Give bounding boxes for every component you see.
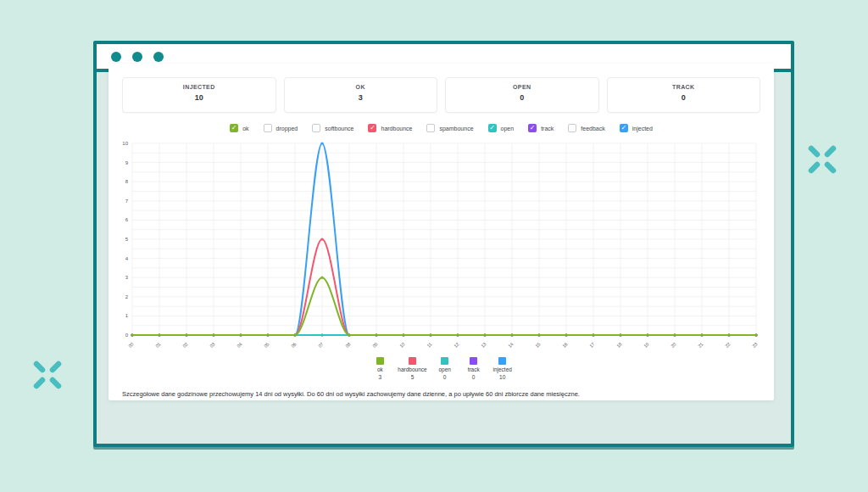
checkbox-dropped[interactable] <box>264 124 272 132</box>
window-control-dot <box>153 52 164 62</box>
svg-text:6: 6 <box>125 217 129 222</box>
summary-value: 0 <box>472 374 476 380</box>
summary-value: 0 <box>443 374 447 380</box>
stat-label: TRACK <box>608 84 760 90</box>
chart-container: 0123456789100001020304050607080910111213… <box>114 138 769 355</box>
checkbox-open[interactable]: ✓ <box>488 124 497 132</box>
summary-label: track <box>468 366 480 372</box>
summary-item-open: open0 <box>434 357 456 380</box>
stat-label: OK <box>285 84 437 90</box>
svg-text:16: 16 <box>561 341 569 349</box>
filter-label: injected <box>632 126 653 131</box>
filter-item-track[interactable]: ✓track <box>528 124 554 132</box>
checkbox-ok[interactable]: ✓ <box>230 124 238 132</box>
browser-window: INJECTED 10 OK 3 OPEN 0 TRACK 0 ✓okdropp… <box>93 41 794 447</box>
stat-value: 10 <box>123 93 275 102</box>
svg-text:10: 10 <box>398 341 406 349</box>
y-axis-labels: 012345678910 <box>122 141 128 338</box>
svg-text:11: 11 <box>426 341 432 348</box>
summary-item-injected: injected10 <box>492 357 514 380</box>
stat-card-ok: OK 3 <box>284 77 438 113</box>
stat-value: 0 <box>608 93 760 102</box>
svg-text:3: 3 <box>125 275 129 280</box>
checkbox-spambounce[interactable] <box>426 124 435 132</box>
svg-text:12: 12 <box>453 341 460 349</box>
summary-value: 10 <box>499 374 505 380</box>
summary-value: 5 <box>411 374 415 380</box>
svg-text:1: 1 <box>125 313 129 318</box>
stat-card-open: OPEN 0 <box>445 77 599 113</box>
summary-swatch <box>470 357 477 365</box>
stat-value: 3 <box>285 93 437 102</box>
series-filter-row: ✓okdroppedsoftbounce✓hardbouncespambounc… <box>108 123 774 133</box>
svg-text:4: 4 <box>125 256 129 261</box>
filter-label: softbounce <box>325 126 353 131</box>
summary-item-track: track0 <box>463 357 485 380</box>
filter-label: spambounce <box>439 126 473 131</box>
checkbox-softbounce[interactable] <box>312 124 320 132</box>
filter-label: feedback <box>581 126 604 131</box>
retention-note: Szczegółowe dane godzinowe przechowujemy… <box>122 390 760 398</box>
filter-label: ok <box>242 126 248 131</box>
window-control-dot <box>132 52 142 62</box>
summary-swatch <box>498 357 506 365</box>
filter-item-feedback[interactable]: feedback <box>568 124 604 132</box>
filter-label: track <box>541 126 554 131</box>
filter-item-dropped[interactable]: dropped <box>264 124 298 132</box>
svg-text:06: 06 <box>290 341 298 349</box>
chart-grid <box>132 143 756 335</box>
svg-text:04: 04 <box>236 341 243 349</box>
svg-text:19: 19 <box>643 341 650 349</box>
svg-text:03: 03 <box>209 341 216 349</box>
stat-label: INJECTED <box>123 84 275 90</box>
filter-item-hardbounce[interactable]: ✓hardbounce <box>368 124 412 132</box>
svg-text:01: 01 <box>154 341 162 349</box>
checkbox-track[interactable]: ✓ <box>528 124 537 132</box>
summary-swatch <box>441 357 448 365</box>
chart-svg: 0123456789100001020304050607080910111213… <box>114 138 767 352</box>
sparkle-decoration-left <box>31 358 64 392</box>
summary-label: hardbounce <box>398 366 426 372</box>
sparkle-decoration-right <box>805 143 839 176</box>
svg-text:00: 00 <box>127 341 135 349</box>
svg-text:10: 10 <box>122 141 128 146</box>
filter-label: open <box>501 126 515 131</box>
svg-text:14: 14 <box>507 341 515 349</box>
svg-text:22: 22 <box>724 341 732 349</box>
svg-text:08: 08 <box>344 341 352 349</box>
svg-text:8: 8 <box>125 179 129 184</box>
filter-item-open[interactable]: ✓open <box>488 124 515 132</box>
summary-label: open <box>438 366 450 372</box>
summary-item-ok: ok3 <box>369 357 391 380</box>
stat-cards-row: INJECTED 10 OK 3 OPEN 0 TRACK 0 <box>122 77 760 113</box>
stat-value: 0 <box>446 93 598 102</box>
svg-text:15: 15 <box>534 341 542 349</box>
chart-summary-legend: ok3hardbounce5open0track0injected10 <box>108 357 774 380</box>
dashboard-panel: INJECTED 10 OK 3 OPEN 0 TRACK 0 ✓okdropp… <box>108 64 774 400</box>
stat-card-track: TRACK 0 <box>607 77 761 113</box>
summary-label: injected <box>492 366 511 372</box>
summary-value: 3 <box>379 374 382 380</box>
svg-text:17: 17 <box>588 341 596 349</box>
svg-text:23: 23 <box>751 341 759 349</box>
x-axis-labels: 0001020304050607080910111213141516171819… <box>127 341 759 349</box>
filter-item-ok[interactable]: ✓ok <box>230 124 248 132</box>
summary-swatch <box>409 357 416 365</box>
svg-text:0: 0 <box>125 333 129 338</box>
filter-item-injected[interactable]: ✓injected <box>620 124 653 132</box>
svg-text:2: 2 <box>125 294 129 299</box>
svg-text:21: 21 <box>697 341 704 349</box>
filter-item-softbounce[interactable]: softbounce <box>312 124 353 132</box>
svg-text:09: 09 <box>371 341 379 349</box>
svg-text:5: 5 <box>125 237 129 242</box>
filter-label: dropped <box>276 126 298 131</box>
svg-text:7: 7 <box>125 198 129 204</box>
checkbox-feedback[interactable] <box>568 124 576 132</box>
filter-item-spambounce[interactable]: spambounce <box>426 124 473 132</box>
filter-label: hardbounce <box>381 126 412 131</box>
checkbox-hardbounce[interactable]: ✓ <box>368 124 376 132</box>
stat-card-injected: INJECTED 10 <box>122 77 276 113</box>
checkbox-injected[interactable]: ✓ <box>620 124 628 132</box>
svg-text:9: 9 <box>125 160 129 165</box>
svg-text:02: 02 <box>181 341 189 349</box>
